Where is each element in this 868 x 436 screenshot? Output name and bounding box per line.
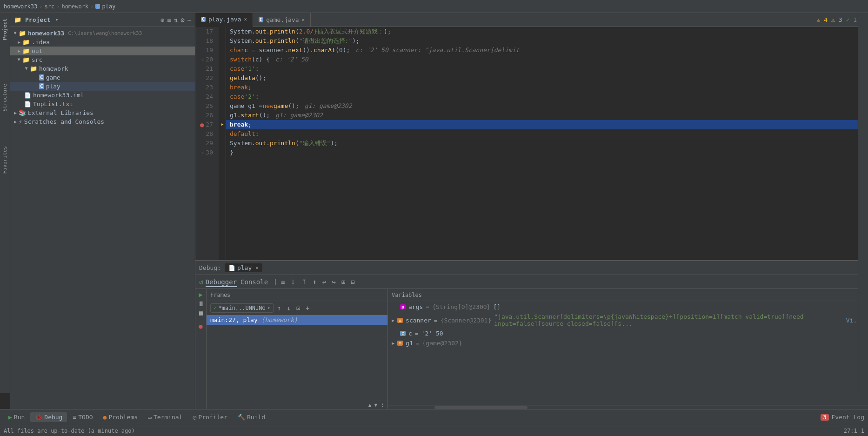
align-icon[interactable]: ≡ xyxy=(167,16,171,24)
debug-trace[interactable]: ↪ xyxy=(330,277,337,287)
tab-play[interactable]: C play.java ✕ xyxy=(195,13,253,27)
tree-item-idea[interactable]: ▶ 📁 .idea xyxy=(10,38,195,47)
frame-dropdown-arrow: ▾ xyxy=(267,305,270,310)
build-icon: 🔨 xyxy=(238,414,245,421)
tree-item-out[interactable]: ▶ 📁 out xyxy=(10,47,195,55)
run-btn[interactable]: ▶ Run xyxy=(4,412,29,422)
debug-resume-btn[interactable]: ↺ xyxy=(199,277,204,286)
sidebar-tab-structure[interactable]: Structure xyxy=(1,82,9,114)
terminal-btn[interactable]: ▭ Terminal xyxy=(143,412,187,422)
debug-variables-btn[interactable]: ⊟ xyxy=(349,277,356,287)
frame-add-btn[interactable]: + xyxy=(304,303,311,313)
debugger-tab-btn[interactable]: Debugger xyxy=(206,278,237,286)
error-badge: 3 xyxy=(821,414,828,421)
tree-item-homework[interactable]: ▶ 📁 homework xyxy=(10,64,195,73)
sidebar-tab-favorites[interactable]: Favorites xyxy=(1,144,9,176)
breadcrumb-part-2[interactable]: homework xyxy=(61,3,88,10)
line-num-27: ●27 xyxy=(195,120,215,129)
code-editor[interactable]: 17 18 19 ◁20 21 22 23 24 25 26 ●27 xyxy=(195,27,868,260)
debug-resume-side-btn[interactable]: ▶ xyxy=(199,291,202,298)
tree-item-scratches[interactable]: ▶ ⚡ Scratches and Consoles xyxy=(10,117,195,126)
frame-dropdown[interactable]: ✓ *main...UNNING ▾ xyxy=(210,303,274,313)
breadcrumb-part-3[interactable]: play xyxy=(102,3,115,10)
tree-label-iml: homework33.iml xyxy=(33,92,84,99)
frames-scroll[interactable]: main:27, play (homework) xyxy=(207,315,387,401)
frames-scroll-menu[interactable]: ⋮ xyxy=(379,402,387,408)
code-line-24: case '2': xyxy=(226,92,868,101)
debug-step-over[interactable]: ≡ xyxy=(279,277,287,287)
frame-filter-btn[interactable]: ⊡ xyxy=(294,303,302,313)
line-num-29: 29 xyxy=(195,139,215,148)
frames-panel: Frames ✓ *main...UNNING ▾ ↑ ↓ ⊡ + xyxy=(207,289,388,409)
tab-close-game[interactable]: ✕ xyxy=(302,17,305,23)
tab-game[interactable]: C game.java ✕ xyxy=(253,13,311,27)
fold-icon-20[interactable]: ◁ xyxy=(201,55,204,64)
sidebar-tab-project[interactable]: Project xyxy=(1,17,9,42)
tree-item-play[interactable]: C play xyxy=(10,82,195,91)
tree-arrow-idea: ▶ xyxy=(18,40,20,45)
frames-scroll-down[interactable]: ▼ xyxy=(373,402,379,408)
breadcrumb-part-1[interactable]: src xyxy=(44,3,54,10)
profiler-btn[interactable]: ◎ Profiler xyxy=(188,412,232,422)
vars-scroll[interactable]: p args = {String[0]@2300} [] ▶ ≡ scanne xyxy=(388,301,868,405)
var-expand-g1[interactable]: ▶ xyxy=(392,341,394,346)
tree-item-extlib[interactable]: ▶ 📚 External Libraries xyxy=(10,108,195,117)
debug-btn-label: Debug xyxy=(44,414,62,421)
close-icon[interactable]: − xyxy=(187,16,191,24)
tree-arrow-homework: ▶ xyxy=(24,67,29,70)
sort-icon[interactable]: ⇅ xyxy=(174,16,178,24)
tree-item-game[interactable]: C game xyxy=(10,73,195,82)
debug-pause-side-btn[interactable]: ⏸ xyxy=(198,300,204,308)
debug-kill-btn[interactable]: ● xyxy=(199,322,202,330)
debug-stop-side-btn[interactable]: ⏹ xyxy=(198,309,204,317)
debug-step-into[interactable]: ⤓ xyxy=(288,277,298,287)
debug-tab-close[interactable]: ✕ xyxy=(255,265,259,271)
event-log-label[interactable]: Event Log xyxy=(832,414,864,421)
debug-icon: 🐞 xyxy=(35,414,42,421)
frame-up-btn[interactable]: ↑ xyxy=(275,303,283,313)
console-tab-btn[interactable]: Console xyxy=(240,278,268,286)
frame-item-0[interactable]: main:27, play (homework) xyxy=(207,315,387,325)
tree-item-src[interactable]: ▶ 📁 src xyxy=(10,55,195,64)
run-icon: ▶ xyxy=(8,414,12,421)
breadcrumb-part-0[interactable]: homework33 xyxy=(4,3,37,10)
var-expand-scanner[interactable]: ▶ xyxy=(392,318,394,323)
tree-item-toplist[interactable]: 📄 TopList.txt xyxy=(10,100,195,108)
code-line-21: case '1': xyxy=(226,64,868,74)
var-item-c[interactable]: c c = '2' 50 xyxy=(388,329,868,338)
variables-header: Variables xyxy=(388,289,868,301)
problems-btn[interactable]: ● Problems xyxy=(99,412,142,422)
line-num-25: 25 xyxy=(195,101,215,111)
tree-label-play: play xyxy=(46,83,60,90)
frame-down-btn[interactable]: ↓ xyxy=(285,303,292,313)
debug-step-out[interactable]: ⤒ xyxy=(300,277,309,287)
debug-toolbar-sep: | xyxy=(274,278,277,285)
debug-btn[interactable]: 🐞 Debug xyxy=(30,412,67,422)
code-line-22: getdata(); xyxy=(226,74,868,83)
var-item-scanner[interactable]: ▶ ≡ scanner = {Scanner@2301} "java.util.… xyxy=(388,312,868,329)
code-lines[interactable]: System.out.println( 2.0/} 插入衣返式开介知游戏：); … xyxy=(226,27,868,260)
gear-icon[interactable]: ⚙ xyxy=(180,16,184,24)
tab-label-game: game.java xyxy=(266,16,299,23)
var-item-g1[interactable]: ▶ ≡ g1 = {game@2302} xyxy=(388,338,868,348)
tree-item-homework33[interactable]: ▶ 📁 homework33 C:\Users\wang\homework33 xyxy=(10,29,195,38)
var-type-args: {String[0]@2300} xyxy=(432,303,490,310)
debug-evaluate[interactable]: ↩ xyxy=(320,277,328,287)
debug-run-to-cursor[interactable]: ⬆ xyxy=(311,277,318,287)
tree-item-iml[interactable]: 📄 homework33.iml xyxy=(10,91,195,100)
debug-session-tab[interactable]: 📄 play ✕ xyxy=(225,263,262,272)
build-btn[interactable]: 🔨 Build xyxy=(233,412,270,422)
var-item-args[interactable]: p args = {String[0]@2300} [] xyxy=(388,302,868,312)
settings-icon[interactable]: ⊕ xyxy=(160,16,164,24)
breakpoint-27[interactable]: ● xyxy=(200,120,204,129)
frames-scroll-up[interactable]: ▲ xyxy=(367,402,373,408)
code-line-19: char c = scanner.next().charAt(0); c: '2… xyxy=(226,46,868,55)
debug-frames-btn[interactable]: ⊞ xyxy=(340,277,347,287)
vars-scrollbar-h[interactable] xyxy=(388,405,868,409)
var-name-c: c xyxy=(408,330,412,337)
todo-btn[interactable]: ≡ TODO xyxy=(68,412,97,422)
fold-icon-30[interactable]: ◁ xyxy=(201,148,204,157)
tab-close-play[interactable]: ✕ xyxy=(244,16,247,22)
frames-header: Frames xyxy=(207,289,387,301)
var-type-scanner: {Scanner@2301} xyxy=(441,317,492,324)
